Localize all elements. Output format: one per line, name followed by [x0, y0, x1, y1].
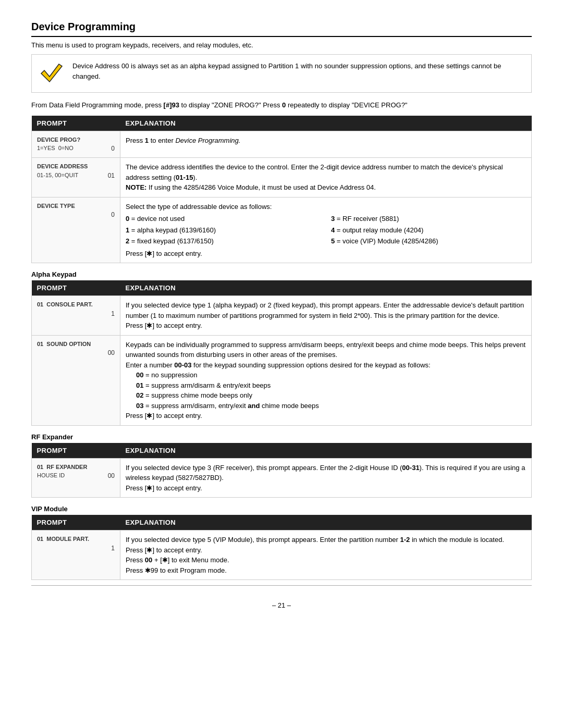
explanation-header: EXPLANATION [120, 443, 532, 459]
list-item: 2 = fixed keypad (6137/6150) [126, 236, 321, 246]
prompt-cell: DEVICE PROG? 1=YES 0=NO 0 [32, 131, 120, 158]
prompt-cell: 01 MODULE PART. 1 [32, 530, 120, 580]
rf-expander-heading: RF Expander [31, 433, 532, 441]
prompt-label: DEVICE TYPE [37, 202, 115, 211]
prompt-label: 01 SOUND OPTION [37, 340, 115, 349]
explanation-cell: The device address identifies the device… [120, 158, 532, 198]
prompt-number: 1 [111, 544, 115, 553]
table-row: DEVICE ADDRESS 01-15, 00=QUIT 01 The dev… [32, 158, 532, 198]
prompt-cell: 01 CONSOLE PART. 1 [32, 296, 120, 336]
alpha-keypad-heading: Alpha Keypad [31, 270, 532, 278]
rf-expander-table: PROMPT EXPLANATION 01 RF EXPANDER HOUSE … [31, 443, 532, 498]
list-item: 3 = RF receiver (5881) [331, 214, 526, 224]
list-item: 4 = output relay module (4204) [331, 225, 526, 236]
main-table: PROMPT EXPLANATION DEVICE PROG? 1=YES 0=… [31, 116, 532, 264]
prompt-cell: 01 SOUND OPTION 00 [32, 335, 120, 425]
device-type-list: 0 = device not used 3 = RF receiver (588… [126, 214, 526, 246]
prompt-label: DEVICE ADDRESS [37, 162, 115, 171]
checkmark-icon [39, 61, 64, 86]
prompt-cell: 01 RF EXPANDER HOUSE ID 00 [32, 458, 120, 498]
prompt-cell: DEVICE TYPE 0 [32, 197, 120, 263]
table-row: DEVICE TYPE 0 Select the type of address… [32, 197, 532, 263]
prompt-value: 01-15, 00=QUIT [37, 171, 78, 180]
explanation-cell: Press 1 to enter Device Programming. [120, 131, 532, 158]
table-row: 01 MODULE PART. 1 If you selected device… [32, 530, 532, 580]
table-row: 01 RF EXPANDER HOUSE ID 00 If you select… [32, 458, 532, 498]
prompt-number: 0 [111, 210, 115, 219]
intro-text: This menu is used to program keypads, re… [31, 41, 532, 49]
list-item: 03 = suppress arm/disarm, entry/exit and… [136, 401, 526, 411]
alpha-keypad-table: PROMPT EXPLANATION 01 CONSOLE PART. 1 If… [31, 280, 532, 426]
explanation-header: EXPLANATION [120, 116, 532, 131]
prompt-label: 01 RF EXPANDER [37, 463, 115, 472]
svg-marker-0 [41, 64, 62, 82]
explanation-header: EXPLANATION [120, 280, 532, 296]
instruction-line: From Data Field Programming mode, press … [31, 100, 532, 110]
prompt-label: DEVICE PROG? [37, 135, 115, 144]
list-item: 0 = device not used [126, 214, 321, 224]
list-item: 01 = suppress arm/disarm & entry/exit be… [136, 380, 526, 391]
note-box: Device Address 00 is always set as an al… [31, 54, 532, 93]
vip-module-table: PROMPT EXPLANATION 01 MODULE PART. 1 If … [31, 515, 532, 580]
table-row: DEVICE PROG? 1=YES 0=NO 0 Press 1 to ent… [32, 131, 532, 158]
prompt-number: 0 [111, 144, 115, 153]
explanation-cell: If you selected device type 1 (alpha key… [120, 296, 532, 336]
prompt-number: 01 [108, 171, 115, 180]
table-row: 01 SOUND OPTION 00 Keypads can be indivi… [32, 335, 532, 425]
page-title: Device Programming [31, 21, 532, 37]
explanation-cell: Select the type of addressable device as… [120, 197, 532, 263]
prompt-label: 01 MODULE PART. [37, 535, 115, 544]
prompt-number: 1 [111, 309, 115, 318]
prompt-value: 1=YES 0=NO [37, 144, 74, 153]
prompt-label: 01 CONSOLE PART. [37, 300, 115, 309]
list-item: 5 = voice (VIP) Module (4285/4286) [331, 236, 526, 246]
prompt-header: PROMPT [32, 443, 120, 459]
page-number: – 21 – [31, 601, 532, 609]
prompt-header: PROMPT [32, 116, 120, 131]
prompt-header: PROMPT [32, 280, 120, 296]
vip-module-heading: VIP Module [31, 505, 532, 513]
prompt-number: 00 [108, 471, 115, 480]
prompt-value: HOUSE ID [37, 471, 65, 480]
prompt-cell: DEVICE ADDRESS 01-15, 00=QUIT 01 [32, 158, 120, 198]
explanation-header: EXPLANATION [120, 515, 532, 530]
explanation-cell: If you selected device type 5 (VIP Modul… [120, 530, 532, 580]
explanation-cell: Keypads can be individually programmed t… [120, 335, 532, 425]
list-item: 00 = no suppression [136, 370, 526, 380]
explanation-cell: If you selected device type 3 (RF receiv… [120, 458, 532, 498]
prompt-header: PROMPT [32, 515, 120, 530]
list-item: 1 = alpha keypad (6139/6160) [126, 225, 321, 236]
prompt-number: 00 [108, 348, 115, 357]
bottom-divider [31, 585, 532, 586]
table-row: 01 CONSOLE PART. 1 If you selected devic… [32, 296, 532, 336]
note-text: Device Address 00 is always set as an al… [72, 61, 524, 81]
list-item: 02 = suppress chime mode beeps only [136, 390, 526, 401]
sound-options-list: 00 = no suppression 01 = suppress arm/di… [136, 370, 526, 411]
